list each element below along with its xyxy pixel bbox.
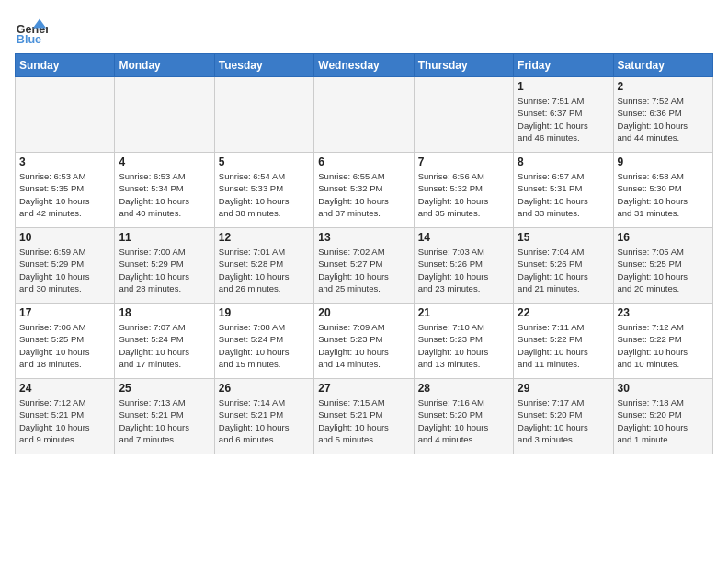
day-info: Sunrise: 7:10 AMSunset: 5:23 PMDaylight:… xyxy=(418,321,509,370)
calendar-cell: 25Sunrise: 7:13 AMSunset: 5:21 PMDayligh… xyxy=(115,379,214,454)
day-info: Sunrise: 7:17 AMSunset: 5:20 PMDaylight:… xyxy=(518,396,609,445)
calendar-cell: 11Sunrise: 7:00 AMSunset: 5:29 PMDayligh… xyxy=(115,228,214,304)
calendar-cell: 20Sunrise: 7:09 AMSunset: 5:23 PMDayligh… xyxy=(314,304,414,379)
calendar-week-3: 17Sunrise: 7:06 AMSunset: 5:25 PMDayligh… xyxy=(16,304,713,379)
calendar-cell: 6Sunrise: 6:55 AMSunset: 5:32 PMDaylight… xyxy=(314,153,414,228)
day-number: 30 xyxy=(618,382,709,395)
day-number: 18 xyxy=(119,306,210,319)
calendar-cell: 17Sunrise: 7:06 AMSunset: 5:25 PMDayligh… xyxy=(16,304,115,379)
day-info: Sunrise: 7:51 AMSunset: 6:37 PMDaylight:… xyxy=(518,95,609,144)
calendar-cell xyxy=(214,77,313,153)
day-number: 16 xyxy=(618,231,709,244)
day-number: 2 xyxy=(618,80,709,93)
calendar-cell: 23Sunrise: 7:12 AMSunset: 5:22 PMDayligh… xyxy=(613,304,712,379)
day-info: Sunrise: 7:00 AMSunset: 5:29 PMDaylight:… xyxy=(119,246,210,294)
svg-text:Blue: Blue xyxy=(17,33,41,46)
day-info: Sunrise: 7:04 AMSunset: 5:26 PMDaylight:… xyxy=(518,246,609,294)
day-number: 15 xyxy=(518,231,609,244)
calendar-header-saturday: Saturday xyxy=(613,54,712,77)
day-number: 11 xyxy=(119,231,210,244)
calendar-header-wednesday: Wednesday xyxy=(314,54,414,77)
day-info: Sunrise: 7:07 AMSunset: 5:24 PMDaylight:… xyxy=(119,321,210,370)
calendar-cell: 8Sunrise: 6:57 AMSunset: 5:31 PMDaylight… xyxy=(514,153,613,228)
calendar-cell: 29Sunrise: 7:17 AMSunset: 5:20 PMDayligh… xyxy=(514,379,613,454)
calendar-cell: 26Sunrise: 7:14 AMSunset: 5:21 PMDayligh… xyxy=(214,379,313,454)
day-number: 28 xyxy=(418,382,509,395)
day-info: Sunrise: 6:53 AMSunset: 5:35 PMDaylight:… xyxy=(19,170,110,219)
day-number: 20 xyxy=(318,306,409,319)
day-info: Sunrise: 6:58 AMSunset: 5:30 PMDaylight:… xyxy=(618,170,709,219)
day-info: Sunrise: 7:08 AMSunset: 5:24 PMDaylight:… xyxy=(219,321,310,370)
day-number: 23 xyxy=(618,306,709,319)
day-info: Sunrise: 7:13 AMSunset: 5:21 PMDaylight:… xyxy=(119,396,210,445)
calendar-cell: 4Sunrise: 6:53 AMSunset: 5:34 PMDaylight… xyxy=(115,153,214,228)
calendar-header-row: SundayMondayTuesdayWednesdayThursdayFrid… xyxy=(16,54,713,77)
calendar-header-tuesday: Tuesday xyxy=(214,54,313,77)
day-number: 6 xyxy=(318,155,409,168)
calendar-cell: 9Sunrise: 6:58 AMSunset: 5:30 PMDaylight… xyxy=(613,153,712,228)
day-info: Sunrise: 7:12 AMSunset: 5:21 PMDaylight:… xyxy=(19,396,110,445)
logo: General Blue xyxy=(15,15,51,48)
day-number: 21 xyxy=(418,306,509,319)
day-number: 26 xyxy=(219,382,310,395)
day-number: 9 xyxy=(618,155,709,168)
logo-icon: General Blue xyxy=(15,15,48,48)
day-number: 14 xyxy=(418,231,509,244)
calendar-cell xyxy=(115,77,214,153)
day-number: 1 xyxy=(518,80,609,93)
calendar-header-monday: Monday xyxy=(115,54,214,77)
calendar-cell: 30Sunrise: 7:18 AMSunset: 5:20 PMDayligh… xyxy=(613,379,712,454)
day-number: 22 xyxy=(518,306,609,319)
day-number: 7 xyxy=(418,155,509,168)
day-number: 4 xyxy=(119,155,210,168)
day-info: Sunrise: 6:53 AMSunset: 5:34 PMDaylight:… xyxy=(119,170,210,219)
day-info: Sunrise: 7:01 AMSunset: 5:28 PMDaylight:… xyxy=(219,246,310,294)
calendar-cell: 19Sunrise: 7:08 AMSunset: 5:24 PMDayligh… xyxy=(214,304,313,379)
day-info: Sunrise: 7:14 AMSunset: 5:21 PMDaylight:… xyxy=(219,396,310,445)
calendar-cell: 2Sunrise: 7:52 AMSunset: 6:36 PMDaylight… xyxy=(613,77,712,153)
calendar-cell: 1Sunrise: 7:51 AMSunset: 6:37 PMDaylight… xyxy=(514,77,613,153)
day-number: 27 xyxy=(318,382,409,395)
day-number: 3 xyxy=(19,155,110,168)
calendar-cell xyxy=(314,77,414,153)
calendar-cell: 22Sunrise: 7:11 AMSunset: 5:22 PMDayligh… xyxy=(514,304,613,379)
calendar-cell: 5Sunrise: 6:54 AMSunset: 5:33 PMDaylight… xyxy=(214,153,313,228)
day-info: Sunrise: 7:03 AMSunset: 5:26 PMDaylight:… xyxy=(418,246,509,294)
day-number: 17 xyxy=(19,306,110,319)
calendar-header-friday: Friday xyxy=(514,54,613,77)
calendar-week-0: 1Sunrise: 7:51 AMSunset: 6:37 PMDaylight… xyxy=(16,77,713,153)
calendar-cell xyxy=(414,77,513,153)
day-info: Sunrise: 7:18 AMSunset: 5:20 PMDaylight:… xyxy=(618,396,709,445)
day-info: Sunrise: 6:59 AMSunset: 5:29 PMDaylight:… xyxy=(19,246,110,294)
calendar-cell: 16Sunrise: 7:05 AMSunset: 5:25 PMDayligh… xyxy=(613,228,712,304)
calendar-cell: 15Sunrise: 7:04 AMSunset: 5:26 PMDayligh… xyxy=(514,228,613,304)
calendar-cell: 13Sunrise: 7:02 AMSunset: 5:27 PMDayligh… xyxy=(314,228,414,304)
calendar-cell: 27Sunrise: 7:15 AMSunset: 5:21 PMDayligh… xyxy=(314,379,414,454)
calendar-cell: 18Sunrise: 7:07 AMSunset: 5:24 PMDayligh… xyxy=(115,304,214,379)
calendar-cell xyxy=(16,77,115,153)
calendar-week-1: 3Sunrise: 6:53 AMSunset: 5:35 PMDaylight… xyxy=(16,153,713,228)
page: General Blue SundayMondayTuesdayWednesda… xyxy=(0,0,728,462)
day-info: Sunrise: 7:05 AMSunset: 5:25 PMDaylight:… xyxy=(618,246,709,294)
day-info: Sunrise: 7:09 AMSunset: 5:23 PMDaylight:… xyxy=(318,321,409,370)
day-info: Sunrise: 7:11 AMSunset: 5:22 PMDaylight:… xyxy=(518,321,609,370)
calendar-cell: 3Sunrise: 6:53 AMSunset: 5:35 PMDaylight… xyxy=(16,153,115,228)
calendar-cell: 12Sunrise: 7:01 AMSunset: 5:28 PMDayligh… xyxy=(214,228,313,304)
header: General Blue xyxy=(15,11,713,48)
calendar-cell: 10Sunrise: 6:59 AMSunset: 5:29 PMDayligh… xyxy=(16,228,115,304)
day-number: 10 xyxy=(19,231,110,244)
calendar-cell: 24Sunrise: 7:12 AMSunset: 5:21 PMDayligh… xyxy=(16,379,115,454)
calendar-cell: 28Sunrise: 7:16 AMSunset: 5:20 PMDayligh… xyxy=(414,379,513,454)
calendar-week-4: 24Sunrise: 7:12 AMSunset: 5:21 PMDayligh… xyxy=(16,379,713,454)
calendar-cell: 7Sunrise: 6:56 AMSunset: 5:32 PMDaylight… xyxy=(414,153,513,228)
day-info: Sunrise: 7:15 AMSunset: 5:21 PMDaylight:… xyxy=(318,396,409,445)
calendar-cell: 14Sunrise: 7:03 AMSunset: 5:26 PMDayligh… xyxy=(414,228,513,304)
day-info: Sunrise: 7:06 AMSunset: 5:25 PMDaylight:… xyxy=(19,321,110,370)
calendar-header-thursday: Thursday xyxy=(414,54,513,77)
calendar-week-2: 10Sunrise: 6:59 AMSunset: 5:29 PMDayligh… xyxy=(16,228,713,304)
calendar-cell: 21Sunrise: 7:10 AMSunset: 5:23 PMDayligh… xyxy=(414,304,513,379)
day-number: 19 xyxy=(219,306,310,319)
day-info: Sunrise: 6:56 AMSunset: 5:32 PMDaylight:… xyxy=(418,170,509,219)
day-info: Sunrise: 6:55 AMSunset: 5:32 PMDaylight:… xyxy=(318,170,409,219)
day-info: Sunrise: 6:54 AMSunset: 5:33 PMDaylight:… xyxy=(219,170,310,219)
